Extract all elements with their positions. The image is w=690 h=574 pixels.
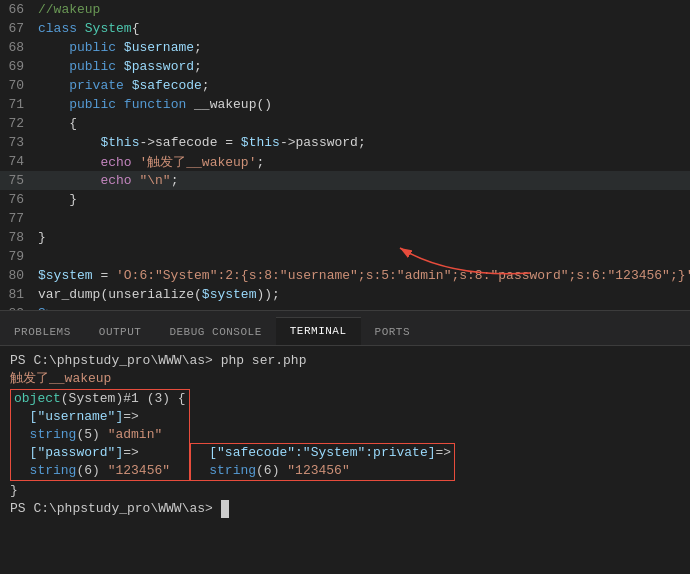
line-number: 75 (0, 173, 38, 188)
line-number: 81 (0, 287, 38, 302)
panel-tab-output[interactable]: OUTPUT (85, 318, 156, 345)
code-line: 75 echo "\n"; (0, 171, 690, 190)
line-number: 78 (0, 230, 38, 245)
panel-tab-debug-console[interactable]: DEBUG CONSOLE (155, 318, 275, 345)
line-number: 74 (0, 154, 38, 169)
bottom-panel: PROBLEMSOUTPUTDEBUG CONSOLETERMINALPORTS… (0, 310, 690, 574)
line-number: 76 (0, 192, 38, 207)
line-content: { (38, 116, 690, 131)
terminal-area: PS C:\phpstudy_pro\WWW\as> php ser.php触发… (0, 346, 690, 574)
panel-tab-problems[interactable]: PROBLEMS (0, 318, 85, 345)
code-line: 80$system = 'O:6:"System":2:{s:8:"userna… (0, 266, 690, 285)
line-number: 70 (0, 78, 38, 93)
code-line: 78} (0, 228, 690, 247)
line-content: private $safecode; (38, 78, 690, 93)
line-number: 66 (0, 2, 38, 17)
editor-area: 66//wakeup67class System{68 public $user… (0, 0, 690, 310)
terminal-safecode-block: ["safecode":"System":private]=> string(6… (190, 443, 455, 481)
terminal-line: PS C:\phpstudy_pro\WWW\as> (10, 500, 680, 518)
code-line: 82?> (0, 304, 690, 310)
line-content: } (38, 192, 690, 207)
line-number: 71 (0, 97, 38, 112)
line-content: ?> (38, 306, 690, 310)
line-content: class System{ (38, 21, 690, 36)
code-line: 76 } (0, 190, 690, 209)
line-content: echo '触发了__wakeup'; (38, 153, 690, 171)
line-number: 72 (0, 116, 38, 131)
code-line: 79 (0, 247, 690, 266)
code-line: 66//wakeup (0, 0, 690, 19)
terminal-line: } (10, 482, 680, 500)
code-line: 70 private $safecode; (0, 76, 690, 95)
line-content: public $username; (38, 40, 690, 55)
code-line: 74 echo '触发了__wakeup'; (0, 152, 690, 171)
line-number: 73 (0, 135, 38, 150)
line-content: public function __wakeup() (38, 97, 690, 112)
line-number: 77 (0, 211, 38, 226)
line-number: 80 (0, 268, 38, 283)
code-line: 69 public $password; (0, 57, 690, 76)
line-content: $system = 'O:6:"System":2:{s:8:"username… (38, 268, 690, 283)
line-number: 69 (0, 59, 38, 74)
line-content: //wakeup (38, 2, 690, 17)
panel-tab-terminal[interactable]: TERMINAL (276, 317, 361, 345)
line-content: $this->safecode = $this->password; (38, 135, 690, 150)
terminal-object-block: object(System)#1 (3) { ["username"]=> st… (10, 389, 190, 481)
line-content: public $password; (38, 59, 690, 74)
code-line: 73 $this->safecode = $this->password; (0, 133, 690, 152)
code-line: 77 (0, 209, 690, 228)
code-line: 68 public $username; (0, 38, 690, 57)
terminal-line: 触发了__wakeup (10, 370, 680, 388)
line-number: 79 (0, 249, 38, 264)
line-content: var_dump(unserialize($system)); (38, 287, 690, 302)
panel-tabs: PROBLEMSOUTPUTDEBUG CONSOLETERMINALPORTS (0, 311, 690, 346)
line-number: 82 (0, 306, 38, 310)
line-number: 67 (0, 21, 38, 36)
code-line: 81var_dump(unserialize($system)); (0, 285, 690, 304)
code-line: 72 { (0, 114, 690, 133)
panel-tab-ports[interactable]: PORTS (361, 318, 425, 345)
code-line: 67class System{ (0, 19, 690, 38)
terminal-line: PS C:\phpstudy_pro\WWW\as> php ser.php (10, 352, 680, 370)
line-content: } (38, 230, 690, 245)
line-number: 68 (0, 40, 38, 55)
code-line: 71 public function __wakeup() (0, 95, 690, 114)
line-content: echo "\n"; (38, 173, 690, 188)
